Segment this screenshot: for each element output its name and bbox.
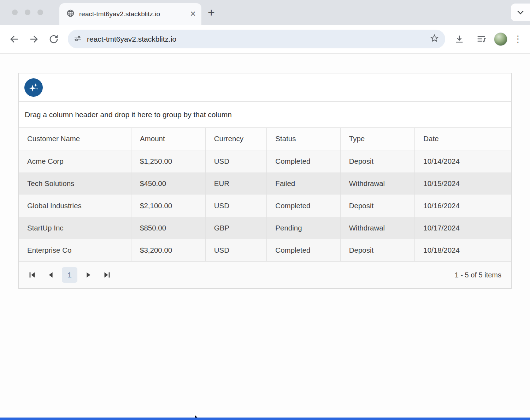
- cell-date: 10/18/2024: [415, 239, 511, 261]
- column-header-customer-name[interactable]: Customer Name: [19, 128, 131, 150]
- cell-amount: $1,250.00: [131, 150, 206, 172]
- cell-currency: EUR: [205, 172, 267, 194]
- cell-currency: GBP: [205, 217, 267, 239]
- transactions-table: Customer Name Amount Currency Status Typ…: [19, 128, 511, 261]
- browser-tab-strip: react-tmt6yav2.stackblitz.io × +: [0, 0, 530, 25]
- chevron-down-icon: [517, 10, 524, 14]
- cell-type: Deposit: [340, 194, 414, 217]
- last-page-button[interactable]: [99, 267, 115, 283]
- cell-type: Withdrawal: [340, 172, 414, 194]
- cell-date: 10/17/2024: [415, 217, 511, 239]
- next-page-icon: [84, 270, 93, 280]
- cell-customer-name: Acme Corp: [19, 150, 131, 172]
- window-zoom-button[interactable]: [37, 10, 43, 15]
- profile-avatar[interactable]: [494, 32, 507, 46]
- cell-date: 10/14/2024: [415, 150, 511, 172]
- downloads-button[interactable]: [450, 30, 469, 48]
- column-header-type[interactable]: Type: [340, 128, 414, 150]
- page-content: Drag a column header and drop it here to…: [0, 54, 530, 417]
- forward-button[interactable]: [25, 30, 43, 48]
- cell-status: Completed: [267, 194, 340, 217]
- data-grid: Drag a column header and drop it here to…: [18, 73, 512, 289]
- reload-button[interactable]: [45, 30, 63, 48]
- column-header-currency[interactable]: Currency: [205, 128, 267, 150]
- back-arrow-icon: [8, 34, 20, 45]
- tab-title: react-tmt6yav2.stackblitz.io: [79, 10, 186, 18]
- cell-date: 10/16/2024: [415, 194, 511, 217]
- download-icon: [454, 34, 465, 44]
- url-text[interactable]: react-tmt6yav2.stackblitz.io: [87, 35, 425, 43]
- pager: 1 1 - 5 of 5 items: [19, 261, 511, 288]
- column-header-status[interactable]: Status: [267, 128, 340, 150]
- browser-toolbar: react-tmt6yav2.stackblitz.io ⋮: [0, 25, 530, 54]
- media-controls-button[interactable]: [472, 30, 490, 48]
- cell-status: Failed: [267, 172, 340, 194]
- window-controls: [12, 10, 43, 15]
- cell-amount: $450.00: [131, 172, 206, 194]
- cell-status: Completed: [267, 239, 340, 261]
- bookmark-star-icon[interactable]: [430, 34, 439, 44]
- cell-date: 10/15/2024: [415, 172, 511, 194]
- cell-status: Pending: [267, 217, 340, 239]
- bottom-accent-bar: [0, 418, 530, 420]
- site-favicon-globe-icon: [66, 9, 75, 19]
- cell-customer-name: Global Industries: [19, 194, 131, 217]
- next-page-button[interactable]: [81, 267, 96, 283]
- window-minimize-button[interactable]: [25, 10, 30, 15]
- cell-customer-name: Tech Solutions: [19, 172, 131, 194]
- previous-page-icon: [46, 270, 55, 280]
- site-settings-tune-icon[interactable]: [73, 34, 82, 44]
- cell-customer-name: Enterprise Co: [19, 239, 131, 261]
- pager-info-text: 1 - 5 of 5 items: [455, 271, 501, 279]
- column-header-amount[interactable]: Amount: [131, 128, 206, 150]
- cell-type: Withdrawal: [340, 217, 414, 239]
- browser-tab[interactable]: react-tmt6yav2.stackblitz.io ×: [59, 3, 201, 25]
- cell-currency: USD: [205, 150, 267, 172]
- sparkles-icon: [28, 82, 39, 93]
- forward-arrow-icon: [28, 34, 40, 45]
- cell-currency: USD: [205, 194, 267, 217]
- cell-type: Deposit: [340, 239, 414, 261]
- browser-menu-button[interactable]: ⋮: [511, 34, 525, 44]
- header-row: Customer Name Amount Currency Status Typ…: [19, 128, 511, 150]
- cell-customer-name: StartUp Inc: [19, 217, 131, 239]
- grid-toolbar: [19, 73, 511, 102]
- window-close-button[interactable]: [12, 10, 18, 15]
- ai-assistant-button[interactable]: [24, 78, 43, 97]
- back-button[interactable]: [5, 30, 23, 48]
- table-row[interactable]: StartUp Inc $850.00 GBP Pending Withdraw…: [19, 217, 511, 239]
- column-header-date[interactable]: Date: [415, 128, 511, 150]
- address-bar[interactable]: react-tmt6yav2.stackblitz.io: [68, 30, 445, 48]
- cell-amount: $850.00: [131, 217, 206, 239]
- current-page-button[interactable]: 1: [62, 267, 77, 283]
- cell-amount: $2,100.00: [131, 194, 206, 217]
- group-drop-area[interactable]: Drag a column header and drop it here to…: [19, 102, 511, 128]
- tab-search-button[interactable]: [511, 4, 530, 21]
- first-page-icon: [28, 270, 37, 280]
- previous-page-button[interactable]: [43, 267, 59, 283]
- cell-status: Completed: [267, 150, 340, 172]
- cell-amount: $3,200.00: [131, 239, 206, 261]
- table-row[interactable]: Enterprise Co $3,200.00 USD Completed De…: [19, 239, 511, 261]
- first-page-button[interactable]: [24, 267, 40, 283]
- group-hint-text: Drag a column header and drop it here to…: [25, 110, 232, 119]
- last-page-icon: [102, 270, 112, 280]
- tab-close-icon[interactable]: ×: [190, 9, 196, 19]
- cell-type: Deposit: [340, 150, 414, 172]
- media-playlist-icon: [476, 34, 487, 44]
- new-tab-button[interactable]: +: [208, 6, 215, 19]
- table-row[interactable]: Global Industries $2,100.00 USD Complete…: [19, 194, 511, 217]
- table-row[interactable]: Tech Solutions $450.00 EUR Failed Withdr…: [19, 172, 511, 194]
- table-row[interactable]: Acme Corp $1,250.00 USD Completed Deposi…: [19, 150, 511, 172]
- cell-currency: USD: [205, 239, 267, 261]
- reload-icon: [48, 34, 59, 45]
